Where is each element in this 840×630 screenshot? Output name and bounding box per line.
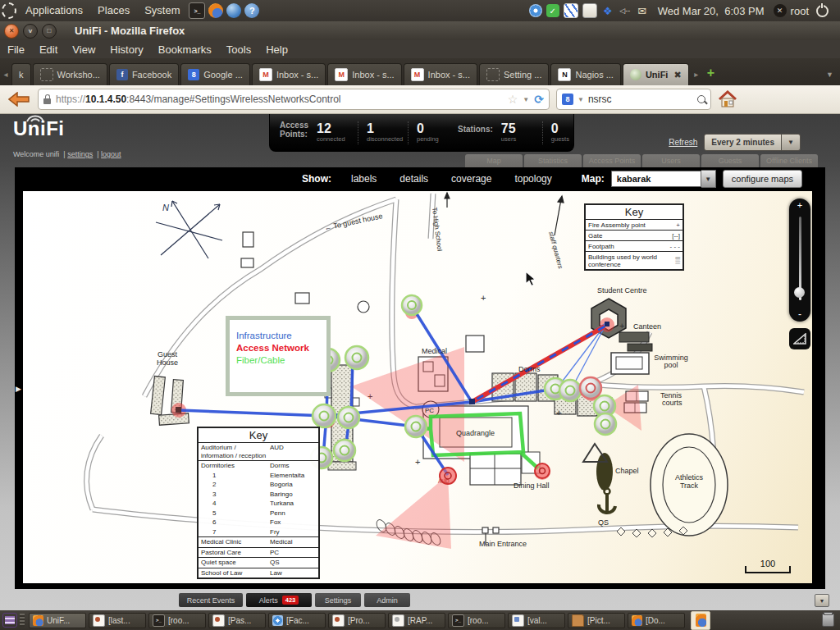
chart-tray-icon[interactable] (582, 3, 597, 18)
trash-icon[interactable] (822, 614, 834, 627)
search-engine-icon[interactable]: 8 (562, 94, 573, 105)
unifi-nav-tab[interactable]: Guests (701, 154, 759, 167)
terminal-launcher-icon[interactable]: >_ (189, 2, 205, 19)
menubar-item[interactable]: View (65, 43, 103, 56)
firefox-launcher-box[interactable] (691, 611, 710, 630)
new-tab-button[interactable]: + (702, 66, 719, 85)
unifi-nav-tab[interactable]: Offline Clients (760, 154, 818, 167)
logout-link[interactable]: logout (101, 150, 121, 158)
power-icon[interactable] (816, 5, 829, 17)
home-icon[interactable] (718, 90, 737, 108)
task-unifi[interactable]: UniF... (29, 613, 86, 628)
tab-workshop[interactable]: Worksho... (33, 63, 107, 85)
search-engine-dropdown-icon[interactable]: ▼ (578, 96, 584, 103)
tab-inbox-1[interactable]: MInbox - s... (252, 63, 326, 85)
task-rap[interactable]: [RAP... (388, 613, 445, 628)
menu-places[interactable]: Places (90, 0, 137, 21)
alerts-tab[interactable]: Alerts423 (246, 593, 312, 607)
tab-close-icon[interactable]: ✖ (673, 70, 681, 80)
url-text[interactable]: https://10.1.4.50:8443/manage#SettingsWi… (56, 94, 503, 105)
firefox-launcher-icon[interactable] (208, 3, 223, 18)
window-close-button[interactable]: ✕ (4, 24, 19, 39)
tab-inbox-2[interactable]: MInbox - s... (327, 63, 401, 85)
search-input[interactable]: nsrsc (588, 94, 612, 105)
recent-events-tab[interactable]: Recent Events (179, 593, 243, 607)
search-magnifier-icon[interactable] (697, 95, 705, 103)
browser-launcher-icon[interactable] (226, 3, 241, 18)
task-do[interactable]: [Do... (628, 613, 685, 628)
task-root-terminal-1[interactable]: >_[roo... (148, 613, 206, 628)
window-list-icon[interactable] (2, 613, 17, 628)
tab-settings[interactable]: Setting ... (479, 63, 549, 85)
admin-tab[interactable]: Admin (364, 593, 410, 607)
tab-scroll-left-icon[interactable]: ◂ (0, 70, 11, 85)
bottom-dropdown-button[interactable]: ▼ (815, 594, 829, 607)
configure-maps-button[interactable]: configure maps (723, 170, 802, 188)
clock[interactable]: Wed Mar 20, 6:03 PM (658, 5, 765, 17)
settings-tab[interactable]: Settings (315, 593, 361, 607)
menubar-item[interactable]: File (0, 43, 32, 56)
refresh-link[interactable]: Refresh (669, 138, 697, 147)
url-dropdown-icon[interactable]: ▼ (523, 96, 529, 103)
tab-partial[interactable]: k (11, 63, 31, 85)
map-select[interactable]: kabarak (611, 171, 701, 187)
unifi-nav-tab[interactable]: Statistics (524, 154, 582, 167)
menubar-item[interactable]: Edit (32, 43, 65, 56)
zoom-out-button[interactable]: - (789, 308, 810, 320)
task-pictures[interactable]: [Pict... (568, 613, 625, 628)
reload-icon[interactable]: ⟳ (534, 93, 544, 106)
task-val[interactable]: [val... (508, 613, 565, 628)
show-option[interactable]: coverage (451, 173, 491, 185)
chromium-tray-icon[interactable] (529, 4, 542, 17)
refresh-dropdown-button[interactable]: ▼ (782, 134, 801, 151)
tab-nagios[interactable]: NNagios ... (550, 63, 620, 85)
task-root-terminal-2[interactable]: >_[roo... (448, 613, 505, 628)
distro-logo-icon[interactable] (2, 3, 16, 18)
tab-scroll-right-icon[interactable]: ▸ (691, 70, 702, 85)
map-select-arrow[interactable]: ▼ (701, 170, 716, 188)
window-maximize-button[interactable]: □ (42, 24, 57, 39)
task-last[interactable]: [last... (89, 613, 146, 628)
back-button[interactable] (7, 89, 31, 109)
mail-tray-icon[interactable]: ✉ (636, 4, 649, 17)
menu-system[interactable]: System (137, 0, 187, 21)
refresh-interval-dropdown[interactable]: Every 2 minutes (704, 134, 782, 151)
menubar-item[interactable]: Help (258, 43, 295, 56)
menubar-item[interactable]: Tools (219, 43, 258, 56)
sidebar-expand-icon[interactable]: ▶ (16, 385, 21, 393)
zoom-in-button[interactable]: + (789, 200, 810, 210)
user-avatar[interactable]: ✕ (774, 4, 787, 17)
campus-map[interactable]: N (23, 191, 812, 583)
tab-list-dropdown-icon[interactable]: ▼ (826, 71, 840, 85)
show-option[interactable]: topology (514, 173, 551, 185)
unifi-nav-tab[interactable]: Users (642, 154, 700, 167)
bookmark-star-icon[interactable]: ☆ (508, 93, 518, 106)
panel-handle[interactable] (20, 614, 25, 627)
measure-tool-button[interactable] (789, 328, 810, 349)
menubar-item[interactable]: History (103, 43, 150, 56)
zoom-slider[interactable]: + - (789, 199, 810, 322)
unifi-nav-tab[interactable]: Access Points (583, 154, 641, 167)
show-option[interactable]: details (399, 173, 428, 185)
app-tray-icon[interactable] (564, 3, 578, 18)
task-pas[interactable]: [Pas... (208, 613, 266, 628)
search-bar[interactable]: 8 ▼ nsrsc (556, 89, 711, 110)
menu-applications[interactable]: Applications (18, 0, 90, 21)
skype-tray-icon[interactable]: ✓ (546, 4, 559, 17)
zoom-knob[interactable] (794, 287, 805, 298)
help-icon[interactable]: ? (244, 3, 259, 18)
url-bar[interactable]: https://10.1.4.50:8443/manage#SettingsWi… (38, 89, 550, 110)
unifi-nav-tab[interactable]: Map (465, 154, 523, 167)
dropbox-tray-icon[interactable]: ❖ (601, 4, 614, 17)
window-titlebar[interactable]: ✕ v □ UniFi - Mozilla Firefox (0, 21, 840, 40)
show-option[interactable]: labels (351, 173, 377, 185)
tab-google[interactable]: 8Google ... (180, 63, 250, 85)
settings-link[interactable]: settings (67, 150, 93, 158)
volume-muted-icon[interactable]: ◁-- (619, 4, 632, 17)
menubar-item[interactable]: Bookmarks (151, 43, 219, 56)
ap-disconnected[interactable] (580, 377, 601, 399)
window-minimize-button[interactable]: v (23, 24, 38, 39)
task-facebook[interactable]: [Fac... (268, 613, 326, 628)
task-pro[interactable]: [Pro... (328, 613, 386, 628)
tab-inbox-3[interactable]: MInbox - s... (404, 63, 477, 85)
